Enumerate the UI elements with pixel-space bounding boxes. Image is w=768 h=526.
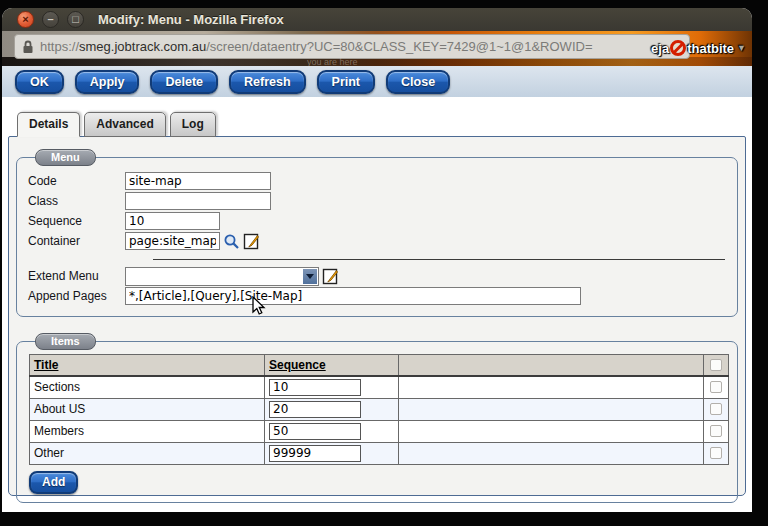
row-checkbox[interactable] — [710, 425, 722, 437]
item-sequence-input[interactable] — [269, 423, 361, 440]
persona-caption: you are here — [307, 57, 358, 67]
append-pages-input[interactable] — [125, 287, 581, 305]
container-input[interactable] — [125, 232, 220, 250]
window-maximize-icon[interactable]: □ — [67, 11, 84, 28]
delete-button[interactable]: Delete — [150, 70, 218, 94]
tab-log[interactable]: Log — [170, 112, 216, 137]
section-divider — [153, 259, 725, 260]
table-row: About US — [30, 398, 729, 420]
items-header-row: Title Sequence — [30, 355, 729, 377]
select-all-checkbox[interactable] — [710, 359, 722, 371]
desktop-screenshot: × – □ Modify: Menu - Mozilla Firefox htt… — [0, 0, 768, 526]
menu-fieldset: Menu Code Class Sequence Container — [16, 157, 738, 317]
title-column-header[interactable]: Title — [34, 358, 58, 372]
action-button-bar: OK Apply Delete Refresh Print Close — [2, 66, 752, 97]
items-legend: Items — [35, 333, 96, 350]
class-label: Class — [25, 194, 125, 208]
container-label: Container — [25, 234, 125, 248]
ok-button[interactable]: OK — [15, 70, 64, 94]
item-sequence-input[interactable] — [269, 445, 361, 462]
item-title: Members — [30, 420, 265, 442]
chevron-down-icon[interactable]: ▼ — [737, 43, 746, 53]
edit-notepad-icon[interactable] — [243, 233, 260, 250]
prohibition-icon — [670, 40, 686, 56]
print-button[interactable]: Print — [317, 70, 375, 94]
sequence-input[interactable] — [125, 212, 220, 230]
code-input[interactable] — [125, 172, 271, 190]
persona-text-left: eja — [651, 41, 669, 56]
table-row: Members — [30, 420, 729, 442]
class-row: Class — [25, 191, 729, 211]
table-row: Sections — [30, 376, 729, 398]
refresh-button[interactable]: Refresh — [229, 70, 306, 94]
code-row: Code — [25, 171, 729, 191]
row-checkbox[interactable] — [710, 447, 722, 459]
item-sequence-input[interactable] — [269, 401, 361, 418]
items-table: Title Sequence Sections About U — [29, 354, 729, 465]
tab-bar: Details Advanced Log — [17, 112, 752, 136]
items-fieldset: Items Title Sequence Sections — [16, 341, 738, 503]
sequence-row: Sequence — [25, 211, 729, 231]
page-body: Details Advanced Log Menu Code Class — [2, 97, 752, 512]
url-bar[interactable]: https://smeg.jobtrack.com.au/screen/data… — [14, 34, 690, 59]
firefox-window: × – □ Modify: Menu - Mozilla Firefox htt… — [2, 8, 752, 512]
window-controls: × – □ — [17, 11, 84, 28]
apply-button[interactable]: Apply — [75, 70, 140, 94]
item-title: Other — [30, 442, 265, 464]
sequence-column-header[interactable]: Sequence — [269, 358, 326, 372]
select-arrow-icon[interactable] — [303, 269, 317, 284]
append-pages-label: Append Pages — [25, 289, 125, 303]
url-scheme: https:// — [40, 39, 79, 54]
item-sequence-input[interactable] — [269, 379, 361, 396]
item-title: Sections — [30, 376, 265, 398]
row-checkbox[interactable] — [710, 381, 722, 393]
tab-details[interactable]: Details — [17, 112, 80, 137]
navigation-toolbar: https://smeg.jobtrack.com.au/screen/data… — [2, 31, 752, 66]
lookup-magnifier-icon[interactable] — [223, 233, 240, 250]
class-input[interactable] — [125, 192, 271, 210]
url-domain: smeg.jobtrack.com.au — [79, 39, 206, 54]
table-row: Other — [30, 442, 729, 464]
extend-menu-select[interactable] — [125, 267, 319, 286]
persona-text-right: thatbite — [687, 41, 734, 56]
tab-advanced[interactable]: Advanced — [84, 112, 165, 137]
url-text: https://smeg.jobtrack.com.au/screen/data… — [40, 39, 668, 54]
add-button[interactable]: Add — [29, 471, 78, 494]
row-checkbox[interactable] — [710, 403, 722, 415]
lock-icon[interactable] — [22, 40, 34, 54]
menu-legend: Menu — [35, 149, 96, 166]
mouse-cursor — [251, 296, 266, 317]
details-panel: Menu Code Class Sequence Container — [8, 136, 746, 496]
extend-menu-label: Extend Menu — [25, 269, 125, 283]
extend-menu-row: Extend Menu — [25, 266, 729, 286]
persona-artwork: eja thatbite ▼ — [651, 40, 746, 56]
close-button[interactable]: Close — [386, 70, 450, 94]
edit-notepad-icon[interactable] — [322, 268, 339, 285]
append-pages-row: Append Pages — [25, 286, 729, 306]
container-row: Container — [25, 231, 729, 251]
window-title: Modify: Menu - Mozilla Firefox — [98, 12, 284, 27]
code-label: Code — [25, 174, 125, 188]
url-path: /screen/dataentry?UC=80&CLASS_KEY=7429@1… — [206, 39, 592, 54]
window-close-icon[interactable]: × — [17, 11, 34, 28]
sequence-label: Sequence — [25, 214, 125, 228]
item-title: About US — [30, 398, 265, 420]
window-minimize-icon[interactable]: – — [42, 11, 59, 28]
titlebar: × – □ Modify: Menu - Mozilla Firefox — [2, 8, 752, 31]
